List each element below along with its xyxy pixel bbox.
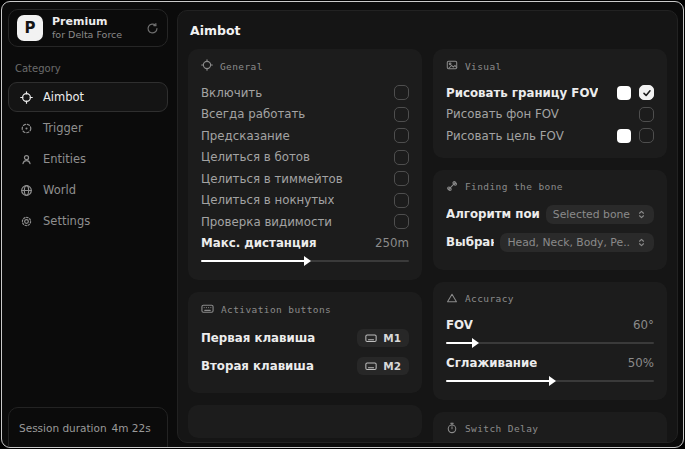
sidebar-item-label: Aimbot (43, 90, 84, 104)
section-title: Visual (465, 61, 502, 72)
section-title: General (220, 61, 263, 72)
keyboard-icon (201, 302, 214, 317)
toggle-label: Включить (201, 86, 262, 100)
sidebar-item-settings[interactable]: Settings (8, 206, 168, 236)
color-swatch[interactable] (617, 86, 631, 100)
bone-algorithm-dropdown[interactable]: Selected bone (546, 205, 654, 224)
general-card: General Включить Всегда работать Предска… (188, 49, 422, 280)
smoothing-label: Сглаживание (446, 356, 537, 370)
checkbox[interactable] (639, 107, 654, 122)
bone-select-row: Выбранные кос Head, Neck, Body, Pe.. (446, 231, 654, 254)
sidebar-item-label: World (43, 183, 76, 197)
category-label: Category (15, 63, 161, 74)
app-title: Premium (52, 15, 122, 29)
visual-card: Visual Рисовать границу FOV (433, 49, 667, 158)
sidebar-item-aimbot[interactable]: Aimbot (8, 82, 168, 112)
bone-icon (446, 180, 458, 194)
sidebar-titles: Premium for Delta Force (52, 15, 122, 41)
sidebar-item-world[interactable]: World (8, 175, 168, 205)
slider-label: Макс. дистанция (201, 236, 317, 250)
crosshair-icon (19, 91, 33, 104)
general-header: General (201, 59, 409, 73)
session-duration-box: Session duration 4m 22s (8, 407, 168, 448)
toggle-label: Всегда работать (201, 107, 305, 121)
visual-label: Рисовать фон FOV (446, 107, 559, 121)
accuracy-card: Accuracy FOV 60° Сглаживание 5 (433, 282, 667, 400)
crosshair-icon (201, 59, 213, 73)
visual-label: Рисовать цель FOV (446, 129, 564, 143)
smoothing-value: 50% (628, 356, 654, 370)
checkbox[interactable] (394, 193, 409, 208)
slider-thumb[interactable] (472, 338, 479, 348)
slider-fill (446, 342, 473, 344)
triangle-icon (446, 292, 458, 306)
smoothing-slider[interactable] (446, 375, 654, 387)
sync-icon[interactable] (146, 22, 159, 35)
chevron-updown-icon (636, 237, 647, 248)
bone-select-row: Алгоритм поиска кост Selected bone (446, 203, 654, 226)
entities-icon (19, 153, 33, 166)
bone-list-dropdown[interactable]: Head, Neck, Body, Pe.. (500, 233, 654, 252)
visual-row: Рисовать цель FOV (446, 125, 654, 147)
max-distance-slider[interactable] (201, 255, 409, 267)
toggle-row: Всегда работать (201, 104, 409, 126)
checkbox[interactable] (394, 128, 409, 143)
dropdown-value: Head, Neck, Body, Pe.. (507, 236, 630, 249)
toggle-row: Целиться в ботов (201, 147, 409, 169)
dropdown-value: Selected bone (553, 208, 630, 221)
sidebar-item-entities[interactable]: Entities (8, 144, 168, 174)
switch-delay-header: Switch Delay (446, 422, 654, 436)
toggle-row: Проверка видимости (201, 211, 409, 233)
world-icon (19, 184, 33, 197)
toggle-row: Целиться в тиммейтов (201, 168, 409, 190)
toggle-label: Целиться в нокнутых (201, 193, 334, 207)
sidebar: P Premium for Delta Force Category Aimbo… (2, 2, 174, 447)
visual-label: Рисовать границу FOV (446, 86, 598, 100)
visual-row: Рисовать границу FOV (446, 82, 654, 104)
session-duration-value: 4m 22s (112, 422, 151, 434)
accuracy-header: Accuracy (446, 292, 654, 306)
keybind-label: Первая клавиша (201, 331, 315, 345)
sidebar-item-label: Settings (43, 214, 90, 228)
checkbox[interactable] (639, 128, 654, 143)
color-swatch[interactable] (617, 129, 631, 143)
sidebar-item-trigger[interactable]: Trigger (8, 113, 168, 143)
page-title: Aimbot (190, 23, 667, 38)
sidebar-item-label: Trigger (43, 121, 83, 135)
slider-row: FOV 60° (446, 315, 654, 337)
slider-fill (201, 260, 305, 262)
checkbox-checked[interactable] (639, 85, 654, 100)
session-duration-label: Session duration (19, 422, 107, 434)
checkbox[interactable] (394, 107, 409, 122)
slider-thumb[interactable] (549, 376, 556, 386)
activation-buttons-card: Activation buttons Первая клавиша M1 Вто… (188, 292, 422, 393)
bone-list-label: Выбранные кос (446, 235, 494, 249)
keybind-row: Вторая клавиша M2 (201, 354, 409, 378)
toggle-row: Предсказание (201, 125, 409, 147)
activation-buttons-header: Activation buttons (201, 302, 409, 317)
toggle-label: Предсказание (201, 129, 290, 143)
fov-slider[interactable] (446, 337, 654, 349)
keybind-button[interactable]: M1 (357, 329, 409, 347)
visual-header: Visual (446, 59, 654, 73)
keybind-value: M2 (383, 360, 401, 372)
keybind-label: Вторая клавиша (201, 359, 314, 373)
image-icon (446, 59, 458, 73)
toggle-label: Проверка видимости (201, 215, 332, 229)
keybind-row: Первая клавиша M1 (201, 326, 409, 350)
checkbox[interactable] (394, 150, 409, 165)
finding-bone-card: Finding the bone Алгоритм поиска кост Se… (433, 170, 667, 270)
fov-label: FOV (446, 318, 473, 332)
gear-icon (19, 215, 33, 228)
checkbox[interactable] (394, 85, 409, 100)
section-title: Activation buttons (221, 304, 331, 315)
toggle-label: Целиться в ботов (201, 150, 310, 164)
checkbox[interactable] (394, 214, 409, 229)
checkbox[interactable] (394, 171, 409, 186)
right-column: Visual Рисовать границу FOV (433, 49, 667, 442)
stopwatch-icon (446, 422, 458, 436)
slider-thumb[interactable] (304, 256, 311, 266)
section-title: Accuracy (465, 293, 514, 304)
keybind-button[interactable]: M2 (357, 357, 409, 375)
section-title: Finding the bone (465, 181, 563, 192)
